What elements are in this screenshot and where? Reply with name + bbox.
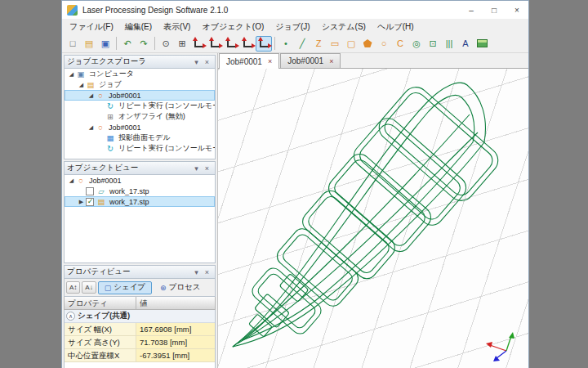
tree-item[interactable]: ◢▤ジョブ — [65, 79, 215, 90]
expander-icon[interactable]: ◢ — [67, 70, 76, 79]
cad-file-icon: ▱ — [96, 186, 106, 196]
tree-item-label: work_17.stp — [108, 187, 151, 195]
redo-button[interactable]: ↷ — [136, 36, 152, 52]
panel-title: オブジェクトビュー — [67, 163, 138, 173]
view-rotate-button[interactable] — [223, 36, 239, 52]
spiral-tool-button[interactable]: ◎ — [408, 36, 425, 52]
tab-close-icon[interactable]: × — [329, 57, 333, 65]
line-tool-button[interactable]: ╱ — [294, 36, 310, 52]
collapse-icon[interactable]: ∧ — [66, 312, 75, 321]
image-tool-button[interactable] — [474, 36, 490, 52]
viewport-canvas[interactable] — [218, 69, 528, 368]
view-home-button[interactable] — [190, 36, 207, 52]
panel-close-button[interactable]: × — [202, 58, 212, 66]
property-value[interactable]: 167.6908 [mm] — [136, 323, 215, 335]
expander-icon[interactable]: ◢ — [87, 91, 96, 100]
menu-item-2[interactable]: 表示(V) — [158, 20, 196, 34]
panel-menu-button[interactable]: ▾ — [191, 58, 202, 66]
property-value[interactable]: -67.3951 [mm] — [136, 349, 215, 361]
sort-alpha-button[interactable]: A↓ — [82, 281, 96, 294]
property-toolbar: A↕A↓▢シェイプ⊛プロセス — [64, 279, 216, 297]
panel-title: ジョブエクスプローラ — [67, 56, 146, 67]
tree-item[interactable]: ◢○Job#0001 — [65, 90, 215, 101]
panel-close-button[interactable]: × — [202, 268, 212, 276]
tree-item[interactable]: ◢○Job#0001 — [65, 122, 215, 132]
property-row: 中心位置座標X-67.3951 [mm] — [65, 349, 215, 362]
rect-tool-button[interactable]: ▭ — [327, 36, 343, 52]
maximize-button[interactable]: □ — [483, 1, 506, 19]
categorize-button[interactable]: A↕ — [66, 281, 80, 294]
image-tool-icon — [477, 39, 488, 47]
tree-item[interactable]: ▦投影曲面モデル — [65, 132, 215, 143]
checkbox[interactable] — [86, 198, 94, 206]
menu-item-5[interactable]: システム(S) — [316, 20, 372, 34]
view-pan-icon — [211, 39, 220, 47]
tree-item[interactable]: ▶▤work_17.stp — [65, 196, 215, 207]
property-value[interactable]: 71.7038 [mm] — [136, 336, 215, 348]
tree-item-label: コンピュータ — [87, 69, 136, 79]
tree-item[interactable]: ↻リピート実行 (コンソールモード) — [65, 143, 215, 154]
undo-button[interactable]: ↶ — [119, 36, 136, 52]
point-tool-button[interactable]: • — [278, 36, 294, 52]
computer-icon: ▣ — [76, 70, 86, 79]
panel-menu-button[interactable]: ▾ — [191, 164, 202, 173]
open-file-icon: ▤ — [85, 39, 93, 48]
expander-icon[interactable]: ◢ — [77, 80, 86, 89]
arc-tool-button[interactable]: C — [392, 36, 408, 52]
new-file-button[interactable]: □ — [65, 36, 81, 52]
polygon-tool-icon — [363, 39, 372, 47]
view-pan-button[interactable] — [207, 36, 223, 52]
checkbox[interactable] — [86, 187, 94, 195]
rounded-rect-tool-button[interactable]: ▢ — [343, 36, 359, 52]
property-name: サイズ 高さ(Y) — [65, 336, 136, 348]
axis-x — [486, 342, 492, 348]
document-tab-1[interactable]: Job#0001× — [280, 53, 341, 68]
minimize-button[interactable]: – — [460, 1, 483, 19]
shape-tab[interactable]: ▢シェイプ — [98, 281, 152, 294]
title-bar[interactable]: Laser Processing Design Software 2.1.0 –… — [62, 1, 528, 19]
tree-item[interactable]: ▱work_17.stp — [65, 186, 215, 196]
zoom-fit-button[interactable]: ⊞ — [174, 36, 190, 52]
text-tool-button[interactable]: A — [457, 36, 474, 52]
view-align-button[interactable] — [256, 36, 272, 52]
view-zoom-axes-button[interactable] — [239, 36, 256, 52]
view-home-icon — [194, 39, 203, 47]
property-col-name: プロパティ — [65, 297, 136, 309]
menu-item-3[interactable]: オブジェクト(O) — [196, 20, 270, 34]
polyline-tool-button[interactable]: Z — [310, 36, 327, 52]
text-tool-icon: A — [462, 39, 468, 48]
tab-close-icon[interactable]: × — [268, 57, 272, 65]
panel-close-button[interactable]: × — [202, 164, 212, 173]
panel-menu-button[interactable]: ▾ — [191, 268, 202, 276]
close-button[interactable]: × — [506, 1, 528, 19]
object-view-tree: ◢○Job#0001▱work_17.stp▶▤work_17.stp — [64, 175, 216, 263]
undo-icon: ↶ — [123, 39, 131, 48]
menu-item-6[interactable]: ヘルプ(H) — [372, 20, 420, 34]
job-icon: ○ — [76, 176, 86, 186]
tree-item[interactable]: ↻リピート実行 (コンソールモード) — [65, 101, 215, 111]
expander-icon[interactable]: ▶ — [77, 197, 86, 206]
open-file-button[interactable]: ▤ — [81, 36, 97, 52]
zoom-button[interactable]: ⊙ — [158, 36, 174, 52]
expander-icon[interactable]: ◢ — [87, 123, 96, 132]
property-group-row[interactable]: ∧ シェイプ(共通) — [65, 310, 215, 323]
main-toolbar: □▤▣↶↷⊙⊞•╱Z▭▢○C◎⊡|||A — [62, 34, 528, 53]
process-tab[interactable]: ⊛プロセス — [154, 281, 207, 294]
polygon-tool-button[interactable] — [359, 36, 376, 52]
concentric-tool-icon: ⊡ — [429, 39, 436, 48]
tree-item-label: work_17.stp — [108, 198, 151, 206]
document-tab-0[interactable]: Job#0001× — [219, 53, 279, 69]
tree-item[interactable]: ◢○Job#0001 — [65, 175, 215, 186]
concentric-tool-button[interactable]: ⊡ — [425, 36, 441, 52]
tree-item[interactable]: ◢▣コンピュータ — [65, 69, 215, 79]
axis-x — [490, 345, 506, 351]
hatch-tool-button[interactable]: ||| — [441, 36, 457, 52]
tree-item-label: リピート実行 (コンソールモード) — [117, 143, 215, 154]
menu-item-4[interactable]: ジョブ(J) — [270, 20, 315, 34]
circle-tool-button[interactable]: ○ — [376, 36, 392, 52]
tree-item[interactable]: ⊞オンザフライ (無効) — [65, 111, 215, 122]
menu-item-1[interactable]: 編集(E) — [119, 20, 158, 34]
save-button[interactable]: ▣ — [97, 36, 114, 52]
expander-icon[interactable]: ◢ — [67, 176, 76, 185]
menu-item-0[interactable]: ファイル(F) — [64, 20, 119, 34]
